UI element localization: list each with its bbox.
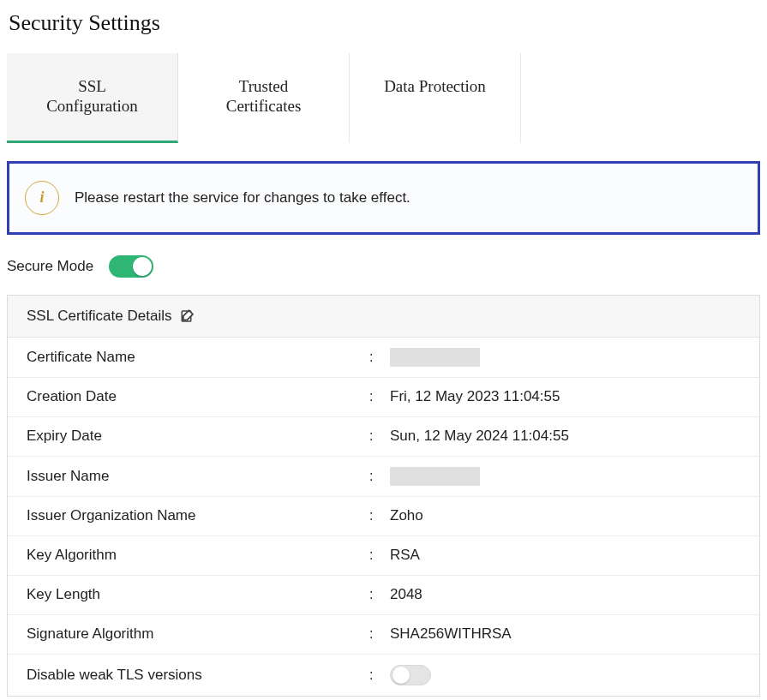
row-key: Issuer Organization Name <box>27 507 369 524</box>
row-value <box>390 467 480 486</box>
row-creation-date: Creation Date : Fri, 12 May 2023 11:04:5… <box>8 378 759 417</box>
tab-trusted-certificates[interactable]: Trusted Certificates <box>178 53 350 143</box>
row-value: Zoho <box>390 507 423 524</box>
secure-mode-toggle[interactable] <box>109 255 153 278</box>
row-key-length: Key Length : 2048 <box>8 576 759 615</box>
tabs: SSL Configuration Trusted Certificates D… <box>7 53 760 144</box>
row-issuer-org: Issuer Organization Name : Zoho <box>8 497 759 536</box>
redacted-value <box>390 467 480 486</box>
row-value: RSA <box>390 547 420 564</box>
row-key: Key Algorithm <box>27 547 369 564</box>
secure-mode-row: Secure Mode <box>7 255 760 278</box>
row-certificate-name: Certificate Name : <box>8 338 759 378</box>
row-signature-algorithm: Signature Algorithm : SHA256WITHRSA <box>8 615 759 655</box>
alert-message: Please restart the service for changes t… <box>75 189 410 206</box>
row-key: Signature Algorithm <box>27 625 369 643</box>
restart-alert: i Please restart the service for changes… <box>7 161 760 235</box>
row-value: 2048 <box>390 586 422 603</box>
tab-label-line1: Trusted <box>187 77 340 97</box>
row-key: Key Length <box>27 586 369 603</box>
colon: : <box>369 587 390 602</box>
row-value <box>390 348 480 367</box>
tab-label-line2: Certificates <box>187 97 340 117</box>
colon: : <box>369 508 390 524</box>
row-expiry-date: Expiry Date : Sun, 12 May 2024 11:04:55 <box>8 417 759 457</box>
secure-mode-label: Secure Mode <box>7 258 93 275</box>
info-icon: i <box>25 181 59 215</box>
tab-label-line1: SSL <box>15 77 169 97</box>
row-key: Creation Date <box>27 388 369 405</box>
row-value: Sun, 12 May 2024 11:04:55 <box>390 428 569 445</box>
edit-icon[interactable] <box>180 308 195 324</box>
row-key-algorithm: Key Algorithm : RSA <box>8 536 759 576</box>
row-key: Certificate Name <box>27 349 369 366</box>
row-disable-weak-tls: Disable weak TLS versions : <box>8 655 759 696</box>
tab-data-protection[interactable]: Data Protection <box>350 53 521 143</box>
colon: : <box>369 547 390 563</box>
disable-weak-tls-toggle[interactable] <box>390 665 431 685</box>
colon: : <box>369 667 390 683</box>
colon: : <box>369 428 390 444</box>
row-issuer-name: Issuer Name : <box>8 457 759 497</box>
tab-label-line1: Data Protection <box>358 77 512 97</box>
tab-label-line2: Configuration <box>15 97 169 117</box>
redacted-value <box>390 348 480 367</box>
panel-title: SSL Certificate Details <box>27 308 171 325</box>
row-key: Disable weak TLS versions <box>27 667 369 684</box>
panel-header: SSL Certificate Details <box>8 296 759 338</box>
row-value <box>390 665 431 685</box>
row-key: Expiry Date <box>27 428 369 445</box>
page-title: Security Settings <box>9 10 760 36</box>
ssl-cert-panel: SSL Certificate Details Certificate Name… <box>7 295 760 697</box>
row-value: SHA256WITHRSA <box>390 625 512 643</box>
row-value: Fri, 12 May 2023 11:04:55 <box>390 388 560 405</box>
colon: : <box>369 626 390 642</box>
colon: : <box>369 389 390 404</box>
colon: : <box>369 350 390 365</box>
colon: : <box>369 469 390 484</box>
tab-ssl-configuration[interactable]: SSL Configuration <box>7 53 178 143</box>
row-key: Issuer Name <box>27 468 369 485</box>
